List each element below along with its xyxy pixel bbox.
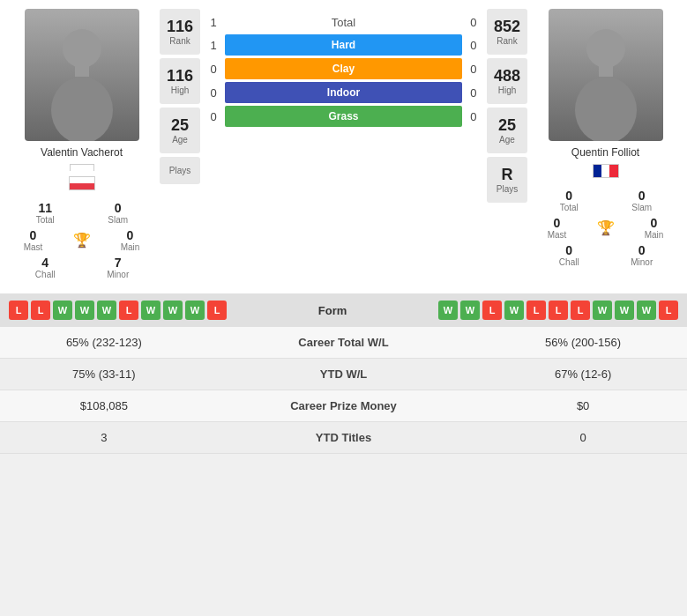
left-trophy-icon: 🏆 bbox=[73, 233, 91, 248]
left-player-avatar bbox=[25, 9, 139, 141]
right-plays-box: R Plays bbox=[487, 157, 527, 203]
main-container: Valentin Vacherot 11 Total 0 Slam 0 bbox=[0, 0, 687, 454]
left-form-badge-l: L bbox=[31, 301, 50, 320]
form-label: Form bbox=[318, 304, 347, 317]
stats-left-3: 3 bbox=[0, 422, 208, 454]
right-form-badge-l: L bbox=[526, 301, 546, 320]
comparison-section: Valentin Vacherot 11 Total 0 Slam 0 bbox=[0, 0, 687, 288]
stats-left-1: 75% (33-11) bbox=[0, 359, 208, 390]
right-trophy-icon: 🏆 bbox=[597, 220, 615, 235]
svg-point-3 bbox=[586, 29, 625, 68]
left-age-box: 25 Age bbox=[160, 108, 200, 153]
stats-right-0: 56% (200-156) bbox=[479, 327, 687, 359]
svg-point-4 bbox=[575, 77, 637, 141]
left-mast-lbl: Mast bbox=[9, 242, 57, 252]
h2h-clay-right: 0 bbox=[466, 63, 482, 76]
left-high-label: High bbox=[167, 85, 193, 95]
left-age-value: 25 bbox=[167, 116, 193, 135]
stats-right-1: 67% (12-6) bbox=[479, 359, 687, 390]
right-high-label: High bbox=[494, 85, 520, 95]
left-chall-minor-row: 4 Chall 7 Minor bbox=[9, 256, 154, 279]
right-minor-val: 0 bbox=[606, 243, 679, 257]
right-high-box: 488 High bbox=[487, 58, 527, 104]
h2h-hard-row: 1 Hard 0 bbox=[205, 34, 482, 56]
right-age-value: 25 bbox=[494, 116, 520, 135]
right-player-avatar bbox=[549, 9, 663, 141]
left-player-card: Valentin Vacherot 11 Total 0 Slam 0 bbox=[9, 9, 154, 279]
right-form-badge-w: W bbox=[593, 301, 612, 320]
stats-row-0: 65% (232-123) Career Total W/L 56% (200-… bbox=[0, 327, 687, 359]
stats-row-2: $108,085 Career Prize Money $0 bbox=[0, 390, 687, 422]
h2h-total-row: 1 Total 0 bbox=[205, 9, 482, 34]
svg-point-0 bbox=[63, 29, 101, 68]
right-high-value: 488 bbox=[494, 67, 520, 85]
left-plays-box: Plays bbox=[160, 157, 200, 184]
left-chall-lbl: Chall bbox=[9, 270, 82, 279]
right-form-badge-w: W bbox=[438, 301, 458, 320]
stats-right-2: $0 bbox=[479, 390, 687, 422]
stats-row-1: 75% (33-11) YTD W/L 67% (12-6) bbox=[0, 359, 687, 390]
stats-center-1: YTD W/L bbox=[208, 359, 479, 390]
h2h-clay-badge: Clay bbox=[225, 58, 462, 79]
right-minor-lbl: Minor bbox=[606, 257, 679, 267]
form-section: LLWWWLWWWL Form WWLWLLLWWWL bbox=[0, 293, 687, 327]
left-total-val: 11 bbox=[9, 201, 82, 215]
left-form-badge-w: W bbox=[163, 301, 183, 320]
svg-rect-2 bbox=[75, 66, 89, 77]
right-player-name: Quentin Folliot bbox=[571, 146, 639, 159]
right-age-label: Age bbox=[494, 135, 520, 145]
right-form-badge-w: W bbox=[504, 301, 524, 320]
right-age-box: 25 Age bbox=[487, 108, 527, 153]
left-total-slam-row: 11 Total 0 Slam bbox=[9, 201, 154, 225]
right-form-badge-l: L bbox=[571, 301, 590, 320]
h2h-total-label: Total bbox=[225, 16, 462, 29]
left-chall-val: 4 bbox=[9, 256, 82, 270]
left-slam-lbl: Slam bbox=[82, 215, 155, 225]
right-mast-lbl: Mast bbox=[533, 230, 581, 240]
right-form-badge-l: L bbox=[549, 301, 568, 320]
h2h-indoor-left: 0 bbox=[205, 86, 221, 100]
stats-center-3: YTD Titles bbox=[208, 422, 479, 454]
right-main-lbl: Main bbox=[630, 230, 678, 240]
left-rank-label: Rank bbox=[167, 36, 193, 46]
h2h-grass-badge: Grass bbox=[225, 106, 462, 127]
left-player-name: Valentin Vacherot bbox=[41, 146, 123, 159]
h2h-indoor-row: 0 Indoor 0 bbox=[205, 82, 482, 103]
left-minor-val: 7 bbox=[82, 256, 155, 270]
left-form-badge-w: W bbox=[75, 301, 94, 320]
right-mast-main-row: 0 Mast 🏆 0 Main bbox=[533, 216, 678, 240]
left-form-badge-l: L bbox=[9, 301, 28, 320]
left-slam-val: 0 bbox=[82, 201, 155, 215]
right-rank-label: Rank bbox=[494, 36, 520, 46]
right-player-card: Quentin Folliot 0 Total 0 Slam 0 Mast bbox=[533, 9, 678, 279]
right-form-badge-w: W bbox=[460, 301, 480, 320]
stats-right-3: 0 bbox=[479, 422, 687, 454]
right-mast-val: 0 bbox=[533, 216, 581, 230]
left-high-value: 116 bbox=[167, 67, 193, 85]
right-slam-lbl: Slam bbox=[606, 203, 679, 212]
right-plays-value: R bbox=[494, 166, 520, 184]
right-rank-value: 852 bbox=[494, 18, 520, 36]
stats-center-0: Career Total W/L bbox=[208, 327, 479, 359]
h2h-panel: 1 Total 0 1 Hard 0 0 Clay 0 0 Indoor 0 0 bbox=[205, 9, 482, 279]
right-form-badge-l: L bbox=[659, 301, 678, 320]
right-slam-val: 0 bbox=[606, 189, 679, 203]
h2h-grass-left: 0 bbox=[205, 110, 221, 123]
h2h-indoor-right: 0 bbox=[466, 86, 482, 100]
h2h-clay-left: 0 bbox=[205, 63, 221, 76]
right-total-slam-row: 0 Total 0 Slam bbox=[533, 189, 678, 212]
right-rank-box: 852 Rank bbox=[487, 9, 527, 55]
right-total-val: 0 bbox=[533, 189, 606, 203]
left-plays-label: Plays bbox=[167, 166, 193, 175]
right-form-badges: WWLWLLLWWWL bbox=[438, 301, 678, 320]
left-form-badge-w: W bbox=[141, 301, 161, 320]
stats-left-0: 65% (232-123) bbox=[0, 327, 208, 359]
right-form-badge-l: L bbox=[482, 301, 502, 320]
left-main-val: 0 bbox=[106, 228, 154, 242]
h2h-hard-left: 1 bbox=[205, 39, 221, 52]
h2h-total-right: 0 bbox=[466, 16, 482, 29]
left-mast-val: 0 bbox=[9, 228, 57, 242]
left-rank-box: 116 Rank bbox=[160, 9, 200, 55]
left-form-badge-w: W bbox=[185, 301, 205, 320]
left-total-lbl: Total bbox=[9, 215, 82, 225]
